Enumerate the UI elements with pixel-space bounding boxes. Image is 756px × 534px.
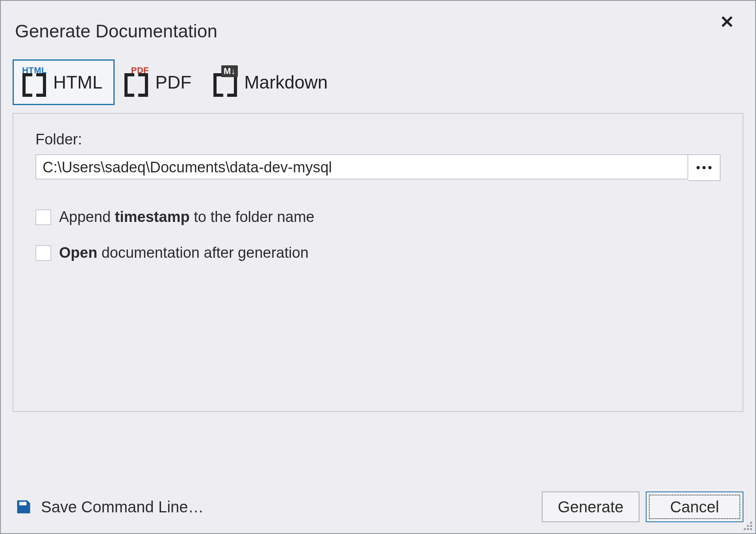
append-timestamp-label: Append timestamp to the folder name: [59, 209, 315, 225]
badge-markdown: M↓: [221, 65, 238, 77]
save-command-line-label: Save Command Line…: [41, 498, 204, 516]
tab-html[interactable]: HTML HTML: [13, 59, 115, 105]
floppy-disk-icon: [15, 498, 32, 516]
append-timestamp-checkbox[interactable]: [35, 209, 51, 225]
append-timestamp-option[interactable]: Append timestamp to the folder name: [35, 209, 721, 225]
tab-markdown-label: Markdown: [244, 72, 328, 93]
browse-button[interactable]: [688, 154, 721, 181]
open-after-label: Open documentation after generation: [59, 244, 309, 261]
dialog-footer: Save Command Line… Generate Cancel: [13, 492, 743, 522]
tab-markdown[interactable]: M↓ Markdown: [204, 59, 340, 105]
tab-html-label: HTML: [53, 72, 102, 93]
open-after-checkbox[interactable]: [35, 245, 51, 261]
svg-rect-0: [24, 502, 26, 504]
tab-pdf[interactable]: PDF PDF: [115, 59, 204, 105]
folder-label: Folder:: [35, 131, 721, 148]
format-tabs: HTML HTML PDF PDF: [13, 59, 743, 105]
badge-html: HTML: [22, 65, 47, 76]
tab-pdf-label: PDF: [155, 72, 191, 93]
ellipsis-icon: [697, 166, 712, 169]
dialog-title: Generate Documentation: [13, 13, 743, 42]
generate-button[interactable]: Generate: [542, 492, 639, 522]
resize-grip[interactable]: [742, 520, 753, 531]
save-command-line-button[interactable]: Save Command Line…: [13, 495, 206, 519]
file-markdown-icon: M↓: [213, 68, 237, 97]
folder-row: C:\Users\sadeq\Documents\data-dev-mysql: [35, 154, 721, 181]
file-pdf-icon: PDF: [124, 68, 148, 97]
file-html-icon: HTML: [22, 68, 46, 97]
close-icon[interactable]: ✕: [718, 13, 736, 31]
open-after-option[interactable]: Open documentation after generation: [35, 244, 721, 261]
cancel-button[interactable]: Cancel: [646, 492, 743, 522]
badge-pdf: PDF: [131, 65, 149, 76]
options-panel: Folder: C:\Users\sadeq\Documents\data-de…: [13, 113, 743, 412]
folder-input[interactable]: C:\Users\sadeq\Documents\data-dev-mysql: [35, 154, 688, 179]
generate-documentation-dialog: ✕ Generate Documentation HTML HTML: [0, 0, 756, 534]
